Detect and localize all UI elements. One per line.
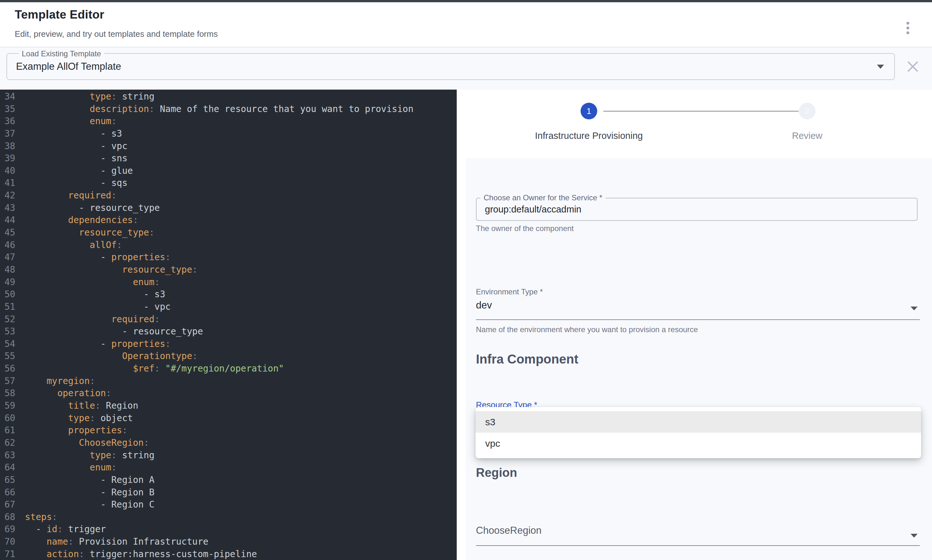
template-editor-page: Template Editor Edit, preview, and try o… [0,0,932,560]
menu-option-vpc[interactable]: vpc [475,432,921,454]
code-line: 63 type: string [0,449,457,462]
owner-helper-text: The owner of the component [476,224,574,233]
code-line: 47 - properties: [0,251,457,264]
code-line: 38 - vpc [0,140,457,152]
line-number: 47 [5,251,15,264]
kebab-menu-icon[interactable] [901,18,914,38]
code-line: 35 description: Name of the resource tha… [0,103,457,115]
menu-option-s3[interactable]: s3 [475,411,921,432]
code-line: 67 - Region C [0,498,457,511]
code-line: 66 - Region B [0,486,457,499]
line-number: 62 [5,437,15,449]
preview-panel: 1 2 Infrastructure Provisioning Review C… [457,89,932,560]
code-line-content: myregion: [25,375,95,388]
stepper-step-2: 2 [799,103,815,119]
code-line-content: - sns [25,152,128,165]
code-line-content: ChooseRegion: [25,437,149,449]
code-line-content: dependencies: [25,214,138,226]
line-number: 53 [5,325,15,338]
code-line-content: - resource_type [25,325,203,338]
code-line: 36 enum: [0,115,457,128]
code-line-content: resource_type: [25,226,155,239]
code-line-content: allOf: [25,239,122,252]
line-number: 64 [5,462,15,474]
line-number: 36 [5,115,15,128]
code-line: 34 type: string [0,91,457,103]
code-line: 48 resource_type: [0,264,457,276]
code-line-content: - properties: [25,338,171,351]
code-line-content: enum: [25,115,117,128]
line-number: 61 [5,424,15,437]
line-number: 45 [5,226,15,239]
code-line-content: - vpc [25,140,128,152]
line-number: 68 [5,511,15,523]
code-line-content: name: Provision Infrastructure [25,536,208,548]
code-line-content: Operationtype: [25,350,197,363]
line-number: 49 [5,276,15,289]
code-line: 55 Operationtype: [0,350,457,363]
code-line: 40 - glue [0,165,457,177]
environment-type-select[interactable] [476,294,920,319]
code-editor[interactable]: 34 type: string35 description: Name of t… [0,89,457,560]
region-heading: Region [476,466,517,480]
environment-type-underline [476,319,920,320]
code-line-content: required: [25,189,117,202]
code-line: 43 - resource_type [0,202,457,214]
code-line-content: - s3 [25,128,122,140]
line-number: 51 [5,301,15,313]
owner-value: group:default/accadmin [485,198,581,221]
code-line-content: - Region B [25,486,155,499]
code-line-content: - Region A [25,474,155,486]
line-number: 39 [5,152,15,165]
code-line-content: - resource_type [25,202,160,214]
line-number: 43 [5,202,15,214]
code-line-content: title: Region [25,400,138,412]
caret-down-icon [877,65,884,69]
code-line: 45 resource_type: [0,226,457,239]
line-number: 58 [5,387,15,400]
line-number: 38 [5,140,15,152]
load-template-select[interactable]: Load Existing Template Example AllOf Tem… [6,53,895,80]
code-line-content: properties: [25,424,128,437]
page-header: Template Editor Edit, preview, and try o… [0,2,932,48]
code-line-content: enum: [25,276,160,289]
line-number: 60 [5,412,15,425]
stepper-step-1: 1 [581,103,597,119]
line-number: 40 [5,165,15,177]
resource-type-dropdown-menu: s3 vpc [475,407,921,458]
code-line: 53 - resource_type [0,325,457,338]
code-line-content: type: string [25,91,155,103]
choose-region-underline [476,545,920,546]
code-line-content: steps: [25,511,57,523]
code-line-content: operation: [25,387,111,400]
close-icon[interactable] [906,60,919,73]
infra-component-heading: Infra Component [476,352,578,366]
line-number: 54 [5,338,15,351]
code-line: 69 - id: trigger [0,523,457,536]
line-number: 35 [5,103,15,115]
line-number: 34 [5,91,15,103]
stepper-label-infrastructure-provisioning: Infrastructure Provisioning [493,131,685,141]
code-line: 70 name: Provision Infrastructure [0,536,457,548]
load-template-value: Example AllOf Template [16,54,121,79]
code-line-content: - vpc [25,301,171,313]
code-line: 60 type: object [0,412,457,425]
code-line-content: enum: [25,462,117,474]
code-line: 64 enum: [0,462,457,474]
line-number: 37 [5,128,15,140]
code-line: 58 operation: [0,387,457,400]
top-accent-bar [0,0,932,2]
line-number: 57 [5,375,15,388]
line-number: 41 [5,177,15,189]
code-line: 44 dependencies: [0,214,457,226]
code-line-content: - s3 [25,288,165,301]
code-line-content: type: string [25,449,155,462]
code-line: 59 title: Region [0,400,457,412]
environment-type-helper-text: Name of the environment where you want t… [476,325,698,334]
code-line-content: - id: trigger [25,523,106,536]
code-line: 39 - sns [0,152,457,165]
page-title: Template Editor [15,8,105,22]
choose-region-select[interactable] [476,520,920,545]
line-number: 50 [5,288,15,301]
code-line: 37 - s3 [0,128,457,140]
